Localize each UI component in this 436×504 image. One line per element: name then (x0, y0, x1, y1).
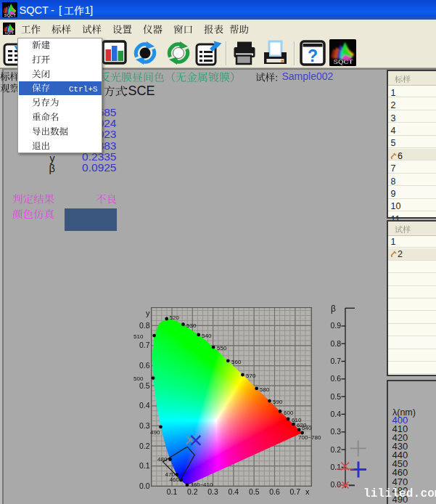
svg-text:0.7: 0.7 (289, 487, 300, 496)
svg-text:SQCT: SQCT (5, 31, 14, 35)
svg-text:0.3: 0.3 (330, 427, 341, 436)
svg-text:0.6: 0.6 (139, 361, 150, 370)
svg-text:0.7: 0.7 (139, 341, 150, 349)
svg-text:0.0: 0.0 (139, 481, 150, 490)
svg-text:0.6: 0.6 (269, 487, 280, 496)
svg-text:0.8: 0.8 (139, 321, 150, 330)
svg-text:x: x (305, 487, 310, 496)
svg-text:0.9: 0.9 (330, 321, 341, 330)
svg-text:0.8: 0.8 (330, 339, 341, 348)
svg-text:510: 510 (133, 333, 144, 340)
svg-text:0.4: 0.4 (139, 401, 150, 410)
svg-text:0.3: 0.3 (139, 421, 150, 430)
svg-text:0.4: 0.4 (330, 410, 341, 418)
svg-text:0.7: 0.7 (330, 357, 341, 365)
svg-text:0.5: 0.5 (330, 392, 341, 401)
svg-text:0.1: 0.1 (167, 487, 178, 496)
svg-text:0.5: 0.5 (139, 381, 150, 390)
svg-text:β: β (331, 304, 336, 314)
svg-text:0.4: 0.4 (229, 487, 239, 496)
svg-text:SQCT: SQCT (4, 13, 17, 17)
svg-text:500: 500 (133, 375, 144, 382)
svg-text:0.3: 0.3 (207, 487, 218, 496)
svg-text:0.1: 0.1 (330, 463, 341, 471)
svg-text:0.2: 0.2 (187, 487, 198, 496)
svg-text:0.1: 0.1 (139, 461, 150, 470)
svg-text:y: y (146, 309, 150, 317)
svg-text:0.6: 0.6 (330, 374, 341, 383)
svg-text:0.2: 0.2 (330, 445, 341, 454)
svg-text:0.0: 0.0 (330, 480, 341, 489)
svg-text:0.2: 0.2 (139, 442, 150, 450)
svg-text:SQCT: SQCT (333, 57, 353, 65)
svg-text:0.5: 0.5 (249, 487, 260, 496)
svg-text:?: ? (308, 46, 318, 65)
